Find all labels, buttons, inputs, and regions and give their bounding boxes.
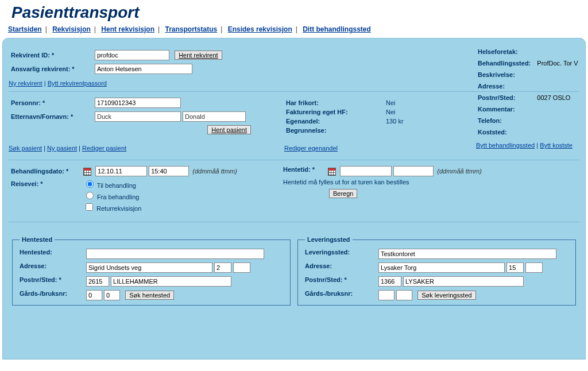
egenandel-label: Egenandel: [285,117,380,125]
hentested-gardsnr-input[interactable] [86,290,102,300]
hentested-postnr-input[interactable] [86,276,109,287]
top-nav: Startsiden| Rekvisisjon| Hent rekvisisjo… [0,25,588,38]
link-bytt-koststed[interactable]: Bytt kostste [540,142,572,149]
leveringssted-adresse-label: Adresse: [305,262,378,273]
nav-rekvisisjon[interactable]: Rekvisisjon [52,25,91,33]
hentested-gbnr-label: Gårds-/bruksnr: [20,290,86,300]
nav-startsiden[interactable]: Startsiden [8,25,42,33]
fornavn-input [183,111,246,122]
hent-pasient-button[interactable]: Hent pasient [207,125,251,134]
leveringssted-gbnr-label: Gårds-/bruksnr: [305,290,378,300]
hentetid-format-hint: (ddmmåå ttmm) [437,168,482,175]
link-ny-rekvirent[interactable]: Ny rekvirent [9,80,42,87]
hentested-label: Hentested: [20,249,86,259]
link-bytt-rekvirentpassord[interactable]: Bytt rekvirentpassord [48,80,107,87]
hentested-adresse-label: Adresse: [20,262,86,273]
info-behandlingssted-value: ProfDoc. Tor V [536,58,582,68]
hent-rekvirent-button[interactable]: Hent rekvirent [175,51,222,60]
ansvarlig-rekvirent-input[interactable] [95,64,192,74]
hentested-adresse-extra-input[interactable] [233,262,250,273]
hentested-postnr-label: Postnr/Sted: * [20,276,86,287]
link-bytt-behandlingssted[interactable]: Bytt behandlingssted [476,142,535,149]
hentested-adresse-nr-input[interactable] [214,262,231,273]
radio-fra-behandling-label: Fra behandling [97,194,139,200]
hentested-bruksnr-input[interactable] [104,290,120,300]
leveringssted-bruksnr-input[interactable] [396,290,412,300]
leveringssted-adresse-nr-input[interactable] [506,262,524,273]
reisevei-label: Reisevei: * [9,179,83,214]
info-block: Helseforetak: Behandlingssted:ProfDoc. T… [476,45,585,150]
hentested-input[interactable] [86,249,264,259]
frikort-label: Har frikort: [285,99,380,107]
info-postnr-value: 0027 OSLO [536,92,582,103]
leveringssted-adresse-extra-input[interactable] [525,262,543,273]
behandlingsdato-label: Behandlingsdato: * [9,166,83,176]
leveringssted-input[interactable] [378,249,556,259]
hentetid-tid-input[interactable] [393,166,434,176]
leveringssted-fieldset: Leveringssted Leveringssted: Adresse: Po… [297,236,576,306]
hentetid-label: Hentetid: * [283,166,328,176]
leveringssted-adresse-input[interactable] [378,262,505,273]
nav-ditt-behandlingssted[interactable]: Ditt behandlingssted [303,25,371,33]
egenandel-value: 130 kr [381,117,404,125]
info-helseforetak-label: Helseforetak: [477,47,535,57]
fakturering-label: Fakturering eget HF: [285,108,380,116]
hentested-fieldset: Hentested Hentested: Adresse: Postnr/Ste… [12,236,291,306]
begrunnelse-label: Begrunnelse: [285,126,380,134]
hentested-adresse-input[interactable] [86,262,212,273]
info-koststed-label: Koststed: [477,127,535,137]
calendar-icon[interactable] [83,168,91,176]
behandlingsdato-input[interactable] [95,166,147,176]
radio-til-behandling-label: Til behandling [97,182,136,189]
nav-ensides-rekvisisjon[interactable]: Ensides rekvisisjon [228,25,292,33]
nav-transportstatus[interactable]: Transportstatus [165,25,218,33]
page-title: Pasienttransport [0,0,588,25]
info-behandlingssted-label: Behandlingssted: [477,58,535,68]
beregn-button[interactable]: Beregn [329,189,357,198]
hentetid-dato-input[interactable] [340,166,392,176]
info-postnr-label: Postnr/Sted: [477,92,535,103]
etternavn-fornavn-label: Etternavn/Fornavn: * [9,111,95,134]
leveringssted-gardsnr-input[interactable] [378,290,394,300]
radio-fra-behandling[interactable] [86,192,94,199]
hentested-sted-input[interactable] [111,276,231,287]
leveringssted-postnr-label: Postnr/Sted: * [305,276,378,287]
info-telefon-label: Telefon: [477,115,535,126]
dato-format-hint: (ddmmåå ttmm) [192,168,237,175]
radio-til-behandling[interactable] [86,180,94,188]
fakturering-value: Nei [381,108,404,116]
personnr-input[interactable] [95,98,181,108]
hentetid-hint: Hentetid må fylles ut for at turen kan b… [283,179,409,186]
link-ny-pasient[interactable]: Ny pasient [47,145,77,152]
checkbox-returrekvisisjon-label: Returrekvisisjon [96,205,141,212]
rekvirent-id-input[interactable] [95,50,169,60]
ansvarlig-rekvirent-label: Ansvarlig rekvirent: * [9,64,95,74]
sok-leveringssted-button[interactable]: Søk leveringssted [417,291,475,300]
checkbox-returrekvisisjon[interactable] [86,203,93,211]
calendar-icon-hentetid[interactable] [328,168,336,176]
nav-hent-rekvisisjon[interactable]: Hent rekvisisjon [101,25,154,33]
rekvirent-id-label: Rekvirent ID: * [9,50,95,60]
behandlingstid-input[interactable] [149,166,189,176]
leveringssted-legend: Leveringssted [305,236,353,243]
leveringssted-postnr-input[interactable] [378,276,401,287]
main-panel: Helseforetak: Behandlingssted:ProfDoc. T… [2,38,586,360]
leveringssted-label: Leveringssted: [305,249,378,259]
sok-hentested-button[interactable]: Søk hentested [125,291,174,300]
link-rediger-pasient[interactable]: Rediger pasient [82,145,126,152]
info-adresse-label: Adresse: [477,81,535,91]
link-rediger-egenandel[interactable]: Rediger egenandel [284,145,338,152]
info-beskrivelse-label: Beskrivelse: [477,69,535,80]
leveringssted-sted-input[interactable] [403,276,524,287]
info-kommentar-label: Kommentar: [477,104,535,114]
hentested-legend: Hentested [20,236,55,243]
etternavn-input [95,111,181,122]
frikort-value: Nei [381,99,404,107]
link-sok-pasient[interactable]: Søk pasient [9,145,42,152]
